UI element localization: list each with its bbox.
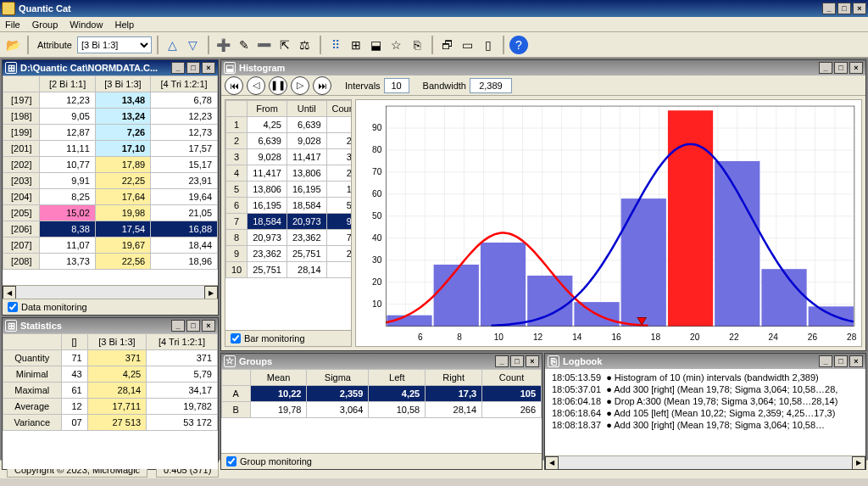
svg-rect-39 bbox=[621, 198, 666, 327]
triangle-down-icon[interactable]: ▽ bbox=[184, 36, 203, 54]
expand-icon[interactable]: ⇱ bbox=[275, 36, 294, 54]
panel-min[interactable]: _ bbox=[171, 320, 185, 332]
svg-text:10: 10 bbox=[494, 332, 504, 342]
data-panel-title: D:\Quantic Cat\NORMDATA.C... bbox=[20, 63, 158, 73]
svg-text:20: 20 bbox=[372, 277, 382, 287]
histogram-panel: ⬓ Histogram _□× ⏮ ◁ ❚❚ ▷ ⏭ Intervals Ban… bbox=[220, 59, 866, 351]
panel-max[interactable]: □ bbox=[186, 320, 200, 332]
panel-max[interactable]: □ bbox=[186, 62, 200, 74]
triangle-up-icon[interactable]: △ bbox=[164, 36, 182, 54]
scroll-left[interactable]: ◀ bbox=[545, 456, 559, 470]
svg-text:22: 22 bbox=[729, 332, 739, 342]
tile-v-icon[interactable]: ▯ bbox=[479, 36, 498, 54]
panel-close[interactable]: × bbox=[202, 320, 215, 332]
hist-title: Histogram bbox=[239, 63, 285, 73]
scale-icon[interactable]: ⚖ bbox=[296, 36, 314, 54]
svg-text:50: 50 bbox=[372, 211, 382, 221]
maximize-button[interactable]: □ bbox=[837, 3, 851, 14]
grid-icon[interactable]: ⊞ bbox=[347, 36, 365, 54]
scroll-right[interactable]: ▶ bbox=[204, 286, 218, 299]
panel-close[interactable]: × bbox=[849, 355, 863, 367]
clipboard-icon[interactable]: ⎘ bbox=[408, 36, 426, 54]
svg-text:8: 8 bbox=[457, 332, 462, 342]
menu-file[interactable]: File bbox=[5, 20, 20, 30]
scroll-right[interactable]: ▶ bbox=[852, 456, 865, 470]
groups-table[interactable]: MeanSigmaLeftRightCountA10,222,3594,2517… bbox=[221, 369, 542, 418]
panel-close[interactable]: × bbox=[526, 355, 539, 367]
panel-max[interactable]: □ bbox=[834, 62, 848, 74]
app-icon bbox=[2, 2, 15, 15]
panel-min[interactable]: _ bbox=[171, 62, 185, 74]
intervals-input[interactable] bbox=[384, 78, 409, 93]
svg-text:26: 26 bbox=[808, 332, 818, 342]
panel-max[interactable]: □ bbox=[834, 355, 848, 367]
svg-rect-36 bbox=[481, 243, 526, 327]
pause-button[interactable]: ❚❚ bbox=[269, 76, 287, 95]
svg-text:10: 10 bbox=[372, 299, 382, 309]
bar-monitoring-checkbox[interactable] bbox=[231, 333, 241, 344]
star-icon[interactable]: ☆ bbox=[387, 36, 406, 54]
svg-text:80: 80 bbox=[372, 145, 382, 154]
svg-rect-40 bbox=[668, 110, 713, 326]
data-table[interactable]: [2 Bi 1:1][3 Bi 1:3][4 Tri 1:2:1][197]12… bbox=[3, 75, 218, 270]
svg-rect-41 bbox=[715, 161, 760, 327]
logbook-title: Logbook bbox=[563, 356, 602, 366]
panel-min[interactable]: _ bbox=[495, 355, 509, 367]
panel-min[interactable]: _ bbox=[819, 62, 832, 74]
cascade-icon[interactable]: 🗗 bbox=[438, 36, 457, 54]
group-monitoring-checkbox[interactable] bbox=[226, 456, 236, 466]
prev-button[interactable]: ◁ bbox=[247, 76, 265, 95]
svg-text:20: 20 bbox=[690, 332, 700, 342]
tile-h-icon[interactable]: ▭ bbox=[459, 36, 477, 54]
remove-icon[interactable]: ➖ bbox=[255, 36, 274, 54]
svg-text:28: 28 bbox=[847, 332, 857, 342]
grid-dots-icon[interactable]: ⠿ bbox=[326, 36, 345, 54]
data-panel: ⊞ D:\Quantic Cat\NORMDATA.C... _□× [2 Bi… bbox=[2, 59, 219, 316]
first-button[interactable]: ⏮ bbox=[225, 76, 243, 95]
titlebar: Quantic Cat _ □ × bbox=[0, 0, 868, 17]
logbook-body[interactable]: 18:05:13.59Histogram of 10 (min) interva… bbox=[545, 369, 865, 455]
attribute-select[interactable]: [3 Bi 1:3] bbox=[77, 36, 152, 53]
edit-icon[interactable]: ✎ bbox=[235, 36, 253, 54]
minimize-button[interactable]: _ bbox=[822, 3, 836, 14]
panel-max[interactable]: □ bbox=[510, 355, 524, 367]
menu-group[interactable]: Group bbox=[32, 20, 58, 30]
svg-text:16: 16 bbox=[612, 332, 622, 342]
svg-text:90: 90 bbox=[372, 123, 382, 132]
last-button[interactable]: ⏭ bbox=[313, 76, 331, 95]
bandwidth-input[interactable] bbox=[470, 78, 512, 93]
logbook-panel: ⎘ Logbook _□× 18:05:13.59Histogram of 10… bbox=[544, 353, 866, 470]
next-button[interactable]: ▷ bbox=[291, 76, 309, 95]
svg-text:6: 6 bbox=[418, 332, 423, 342]
svg-text:12: 12 bbox=[533, 332, 543, 342]
svg-rect-43 bbox=[809, 306, 854, 326]
menu-window[interactable]: Window bbox=[70, 20, 103, 30]
histogram-chart[interactable]: 1020304050607080906810121416182022242628 bbox=[355, 99, 862, 347]
add-icon[interactable]: ➕ bbox=[214, 36, 233, 54]
svg-rect-42 bbox=[761, 269, 806, 326]
intervals-table[interactable]: FromUntilCount14,256,639526,6399,0282839… bbox=[225, 100, 351, 278]
scroll-left[interactable]: ◀ bbox=[3, 286, 16, 299]
stats-table[interactable]: [][3 Bi 1:3][4 Tri 1:2:1]Quantity7137137… bbox=[3, 333, 218, 431]
stats-panel: ⊞ Statistics _□× [][3 Bi 1:3][4 Tri 1:2:… bbox=[2, 317, 219, 470]
panel-close[interactable]: × bbox=[849, 62, 863, 74]
open-icon[interactable]: 📂 bbox=[3, 36, 22, 54]
svg-text:18: 18 bbox=[651, 332, 661, 342]
panel-min[interactable]: _ bbox=[819, 355, 832, 367]
window-controls: _ □ × bbox=[821, 3, 866, 14]
svg-text:40: 40 bbox=[372, 233, 382, 243]
svg-rect-37 bbox=[527, 276, 572, 327]
menu-help[interactable]: Help bbox=[114, 20, 134, 30]
close-button[interactable]: × bbox=[853, 3, 866, 14]
groups-icon: ☆ bbox=[224, 355, 236, 367]
data-monitoring-checkbox[interactable] bbox=[8, 302, 18, 312]
svg-text:14: 14 bbox=[572, 332, 582, 342]
help-icon[interactable]: ? bbox=[509, 36, 528, 54]
attribute-label: Attribute bbox=[37, 40, 72, 50]
svg-text:30: 30 bbox=[372, 255, 382, 265]
workspace: ⊞ D:\Quantic Cat\NORMDATA.C... _□× [2 Bi… bbox=[0, 58, 868, 460]
chart-icon[interactable]: ⬓ bbox=[367, 36, 386, 54]
svg-text:60: 60 bbox=[372, 189, 382, 198]
stats-title: Statistics bbox=[20, 321, 62, 331]
panel-close[interactable]: × bbox=[202, 62, 215, 74]
